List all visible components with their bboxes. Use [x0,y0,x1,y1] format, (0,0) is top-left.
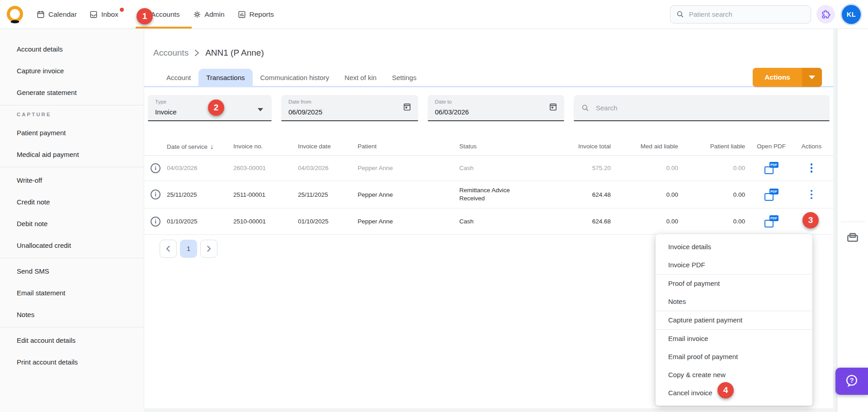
open-pdf-button[interactable]: PDF [764,162,778,174]
actions-button[interactable]: Actions [753,68,822,87]
step-badge-1: 1 [137,8,153,24]
sidebar-item-email-statement[interactable]: Email statement [0,282,144,303]
sidebar-section-capture: CAPTURE [0,107,144,122]
next-page-button[interactable] [200,240,217,258]
row-actions-menu-button[interactable] [809,188,815,201]
user-initials: KL [842,5,861,24]
cell-med-aid-liable: 0.00 [619,165,686,171]
help-button[interactable]: ? [835,368,868,395]
print-tray-button[interactable] [845,230,860,246]
sidebar-item-send-sms[interactable]: Send SMS [0,260,144,282]
transaction-search-input[interactable] [596,104,822,112]
type-filter-value: Invoice [155,108,177,116]
date-picker-button[interactable] [548,102,558,114]
sidebar-item-debit-note[interactable]: Debit note [0,213,144,234]
table-row[interactable]: i 01/10/2025 2510-00001 01/10/2025 Peppe… [144,208,833,235]
column-med-aid-liable[interactable]: Med aid liable [619,143,686,150]
svg-text:?: ? [849,377,854,384]
actions-dropdown-toggle[interactable] [802,68,822,87]
menu-item-invoice-details[interactable]: Invoice details [656,238,812,256]
chevron-right-icon [206,245,212,252]
menu-item-email-proof-of-payment[interactable]: Email proof of payment [656,348,812,366]
row-actions-menu-button[interactable] [809,161,815,175]
patient-search[interactable] [670,5,811,24]
date-from-label: Date from [288,99,311,104]
sidebar-item-edit-account-details[interactable]: Edit account details [0,329,144,351]
column-status[interactable]: Status [459,142,532,151]
breadcrumb-record: ANN1 (P Anne) [205,48,264,58]
app-logo-icon[interactable] [5,4,25,25]
cell-patient-liable: 0.00 [686,165,753,171]
nav-accounts[interactable]: Accounts [127,0,180,28]
menu-item-capture-patient-payment[interactable]: Capture patient payment [656,311,812,329]
sidebar-item-account-details[interactable]: Account details [0,38,144,60]
sidebar-divider [0,258,144,258]
info-icon[interactable]: i [151,189,160,199]
tab-communication-history[interactable]: Communication history [253,69,337,86]
cell-invoice-no: 2510-00001 [233,218,298,225]
menu-item-notes[interactable]: Notes [656,293,812,311]
caret-down-icon [809,76,815,79]
transaction-search[interactable] [574,95,830,121]
date-picker-button[interactable] [402,102,412,114]
sidebar-divider [0,327,144,327]
extensions-button[interactable] [816,5,835,24]
nav-admin[interactable]: Admin [193,0,225,28]
nav-inbox[interactable]: Inbox [89,0,118,28]
column-date-of-service[interactable]: Date of service↓ [167,142,233,150]
sidebar: Account details Capture invoice Generate… [0,29,144,412]
info-icon[interactable]: i [151,217,160,227]
date-to-value: 06/03/2026 [435,108,469,116]
column-actions: Actions [789,143,834,150]
pagination: 1 [160,240,217,258]
step-badge-2: 2 [208,99,224,116]
tab-transactions[interactable]: Transactions [198,69,252,86]
open-pdf-button[interactable]: PDF [764,215,778,227]
column-invoice-total[interactable]: Invoice total [532,143,619,150]
table-row[interactable]: i 04/03/2026 2603-00001 04/03/2026 Peppe… [144,156,833,181]
sidebar-item-notes[interactable]: Notes [0,303,144,325]
column-patient[interactable]: Patient [358,143,459,150]
nav-calendar[interactable]: Calendar [36,0,77,28]
tab-next-of-kin[interactable]: Next of kin [337,69,384,86]
nav-inbox-label: Inbox [101,10,118,19]
cell-patient-liable: 0.00 [686,218,753,225]
patient-search-input[interactable] [689,10,805,18]
table-row[interactable]: i 25/11/2025 2511-00001 25/11/2025 Peppe… [144,181,833,208]
user-avatar[interactable]: KL [840,4,862,25]
cell-patient: Pepper Anne [358,218,459,225]
menu-item-copy-create-new[interactable]: Copy & create new [656,366,812,384]
menu-item-cancel-invoice[interactable]: Cancel invoice [656,384,812,402]
breadcrumb-accounts[interactable]: Accounts [153,48,189,58]
sidebar-item-patient-payment[interactable]: Patient payment [0,122,144,143]
sidebar-item-capture-invoice[interactable]: Capture invoice [0,60,144,81]
prev-page-button[interactable] [160,240,177,258]
menu-item-invoice-pdf[interactable]: Invoice PDF [656,256,812,274]
nav-reports[interactable]: Reports [237,0,274,28]
date-to-field[interactable]: Date to 06/03/2026 [428,95,564,121]
column-invoice-no[interactable]: Invoice no. [233,143,298,150]
breadcrumb: Accounts ANN1 (P Anne) [153,48,264,58]
menu-item-email-invoice[interactable]: Email invoice [656,330,812,348]
column-patient-liable[interactable]: Patient liable [686,143,753,150]
menu-item-proof-of-payment[interactable]: Proof of payment [656,275,812,293]
sidebar-item-print-account-details[interactable]: Print account details [0,351,144,373]
cell-invoice-total: 624.68 [532,218,619,225]
current-page[interactable]: 1 [180,240,197,258]
cell-patient-liable: 0.00 [686,191,753,198]
sidebar-item-credit-note[interactable]: Credit note [0,191,144,213]
cell-patient: Pepper Anne [358,165,459,171]
sidebar-item-medical-aid-payment[interactable]: Medical aid payment [0,143,144,165]
date-from-value: 06/09/2025 [288,108,322,116]
info-icon[interactable]: i [151,163,160,173]
cell-status: Cash [459,218,532,226]
tab-account[interactable]: Account [159,69,198,86]
tab-settings[interactable]: Settings [384,69,424,86]
actions-button-label: Actions [753,68,802,87]
sidebar-item-unallocated-credit[interactable]: Unallocated credit [0,234,144,256]
sidebar-item-generate-statement[interactable]: Generate statement [0,81,144,103]
column-invoice-date[interactable]: Invoice date [298,143,358,150]
date-from-field[interactable]: Date from 06/09/2025 [281,95,418,121]
sidebar-item-write-off[interactable]: Write-off [0,169,144,191]
open-pdf-button[interactable]: PDF [764,189,778,201]
